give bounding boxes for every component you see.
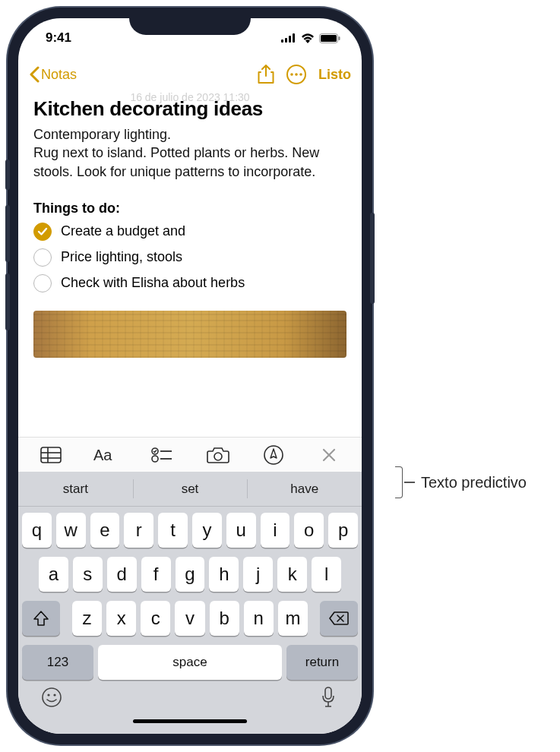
key-n[interactable]: n [244,601,274,636]
predictive-suggestion[interactable]: have [247,472,362,506]
power-button [370,213,375,304]
key-i[interactable]: i [261,513,290,548]
note-editor[interactable]: Kitchen decorating ideas Contemporary li… [18,91,362,437]
keyboard-row-3: zxcvbnm [22,601,358,636]
home-indicator[interactable] [133,719,247,723]
checklist-item-label: Create a budget and [61,223,185,239]
more-button[interactable] [286,65,306,84]
mute-switch [5,160,10,190]
checklist-item[interactable]: Check with Elisha about herbs [33,274,346,292]
share-icon [258,65,274,84]
notch [129,8,251,35]
key-c[interactable]: c [141,601,170,636]
checkbox-icon[interactable] [33,248,52,267]
key-y[interactable]: y [192,513,222,548]
key-b[interactable]: b [210,601,239,636]
key-g[interactable]: g [176,557,205,592]
svg-rect-5 [321,35,337,42]
camera-button[interactable] [204,441,232,469]
phone-frame: 9:41 Notas Listo 16 de julio [8,8,372,744]
predictive-bar: startsethave [18,472,362,507]
return-key[interactable]: return [286,645,358,680]
key-o[interactable]: o [294,513,324,548]
screen: 9:41 Notas Listo 16 de julio [18,18,362,734]
svg-rect-11 [41,447,61,463]
key-u[interactable]: u [226,513,256,548]
svg-point-22 [43,688,61,706]
shift-icon [33,610,49,627]
checklist-item[interactable]: Price lighting, stools [33,248,346,267]
note-title[interactable]: Kitchen decorating ideas [33,97,346,121]
svg-point-18 [152,456,158,462]
svg-point-24 [53,694,55,696]
shift-key[interactable] [22,601,60,636]
svg-rect-0 [281,39,283,43]
note-subheading[interactable]: Things to do: [33,201,346,216]
key-f[interactable]: f [141,557,171,592]
callout-label: Texto predictivo [421,474,527,491]
keyboard-toolbar: Aa [18,437,362,472]
svg-rect-6 [339,36,340,40]
callout-line [404,482,415,483]
cellular-icon [281,33,296,43]
checkbox-checked-icon[interactable] [33,223,52,241]
backspace-icon [329,611,349,626]
note-body[interactable]: Contemporary lighting. Rug next to islan… [33,125,346,181]
backspace-key[interactable] [320,601,358,636]
nav-actions: Listo [258,65,351,84]
back-button[interactable]: Notas [29,66,77,83]
emoji-button[interactable] [40,686,63,709]
share-button[interactable] [258,65,274,84]
table-button[interactable] [37,441,65,469]
done-button[interactable]: Listo [318,67,351,83]
key-s[interactable]: s [73,557,103,592]
key-p[interactable]: p [328,513,358,548]
key-j[interactable]: j [243,557,273,592]
checklist-icon [151,447,172,463]
markup-button[interactable] [260,441,287,469]
close-icon [322,448,336,462]
key-e[interactable]: e [90,513,120,548]
space-key[interactable]: space [98,645,282,680]
close-toolbar-button[interactable] [315,441,343,469]
volume-down [5,273,10,330]
dictation-button[interactable] [317,686,340,709]
key-h[interactable]: h [209,557,239,592]
callout-bracket [395,466,403,498]
key-r[interactable]: r [124,513,153,548]
keyboard-row-1: qwertyuiop [22,513,358,548]
predictive-suggestion[interactable]: set [133,472,248,506]
svg-point-10 [299,73,302,76]
key-d[interactable]: d [107,557,137,592]
ellipsis-circle-icon [286,65,306,84]
key-l[interactable]: l [312,557,341,592]
checklist-item[interactable]: Create a budget and [33,223,346,241]
note-attached-image[interactable] [33,311,346,358]
key-a[interactable]: a [39,557,68,592]
svg-point-20 [214,453,222,460]
predictive-suggestion[interactable]: start [18,472,133,506]
svg-point-9 [295,73,298,76]
checklist: Create a budget andPrice lighting, stool… [33,223,346,292]
key-v[interactable]: v [175,601,204,636]
status-icons [281,33,340,43]
wifi-icon [301,33,315,43]
emoji-icon [41,687,62,708]
key-x[interactable]: x [106,601,136,636]
checkbox-icon[interactable] [33,274,52,292]
key-z[interactable]: z [72,601,102,636]
key-k[interactable]: k [277,557,307,592]
keyboard-row-2: asdfghjkl [22,557,358,592]
key-m[interactable]: m [278,601,308,636]
camera-icon [207,447,229,463]
key-w[interactable]: w [56,513,86,548]
back-label: Notas [41,67,77,83]
checklist-button[interactable] [148,441,176,469]
checklist-item-label: Check with Elisha about herbs [61,275,245,291]
chevron-left-icon [29,66,40,83]
numeric-key[interactable]: 123 [22,645,93,680]
key-t[interactable]: t [158,513,188,548]
format-button[interactable]: Aa [93,441,120,469]
key-q[interactable]: q [22,513,52,548]
pen-circle-icon [264,445,283,465]
